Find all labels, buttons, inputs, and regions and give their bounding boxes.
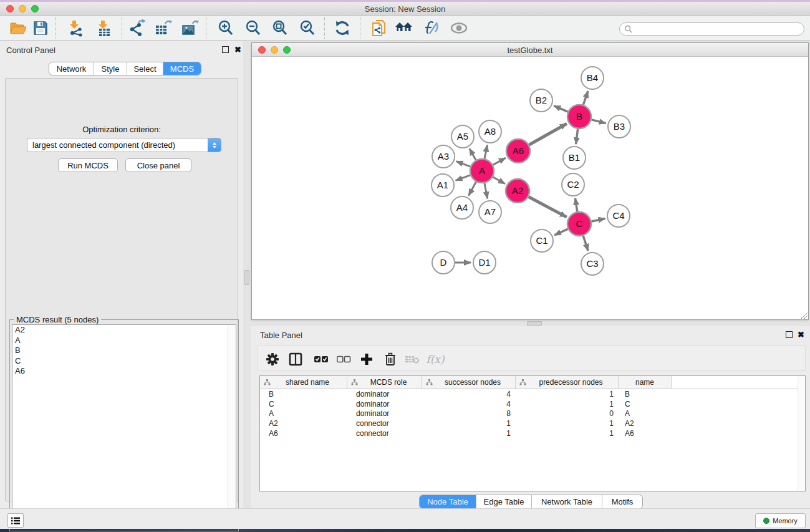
table-cell[interactable]: 1 — [516, 400, 619, 409]
float-panel-icon[interactable] — [222, 46, 229, 53]
graph-node-C[interactable]: C — [567, 212, 591, 236]
graph-node-A2[interactable]: A2 — [506, 179, 529, 203]
select-all-icon[interactable] — [312, 350, 330, 369]
column-header-MCDS-role[interactable]: MCDS role — [347, 376, 422, 389]
table-cell[interactable]: C — [260, 400, 347, 409]
gear-icon[interactable] — [263, 350, 282, 369]
edge-B-B3[interactable] — [591, 120, 605, 123]
graph-node-B[interactable]: B — [567, 105, 591, 128]
eye-icon[interactable] — [449, 19, 469, 37]
graph-node-A8[interactable]: A8 — [479, 120, 501, 143]
edge-A-A3[interactable] — [456, 162, 471, 167]
table-cell[interactable]: 4 — [422, 390, 516, 399]
edge-A-A1[interactable] — [456, 175, 471, 181]
graph-node-A[interactable]: A — [470, 159, 494, 183]
network-graph[interactable]: AA1A2A3A4A5A6A7A8BB1B2B3B4CC1C2C3C4DD1 — [252, 57, 808, 319]
table-cell[interactable]: A — [260, 409, 347, 418]
table-scrollbar[interactable] — [798, 376, 805, 491]
open-session-icon[interactable] — [8, 19, 28, 37]
table-cell[interactable]: 1 — [516, 390, 619, 399]
criterion-dropdown[interactable]: largest connected component (directed) — [27, 138, 221, 152]
table-cell[interactable]: C — [619, 400, 672, 409]
graph-node-A7[interactable]: A7 — [479, 201, 501, 223]
result-item[interactable]: A2 — [12, 325, 236, 336]
float-table-panel-icon[interactable] — [786, 331, 793, 338]
table-cell[interactable]: A6 — [260, 429, 347, 438]
import-network-icon[interactable] — [65, 19, 85, 37]
graph-node-A1[interactable]: A1 — [432, 174, 454, 196]
table-cell[interactable]: 0 — [516, 409, 619, 418]
edge-A2-C[interactable] — [529, 196, 567, 217]
graph-node-B1[interactable]: B1 — [563, 147, 586, 169]
tab-network-table[interactable]: Network Table — [532, 495, 602, 508]
graph-node-C1[interactable]: C1 — [531, 230, 553, 252]
delete-table-icon[interactable] — [403, 350, 422, 369]
table-cell[interactable]: A — [619, 409, 672, 418]
edge-A6-B[interactable] — [529, 123, 567, 145]
zoom-selected-icon[interactable] — [297, 19, 317, 37]
edge-A-A5[interactable] — [470, 148, 476, 160]
edge-A-A6[interactable] — [493, 158, 506, 165]
add-column-icon[interactable] — [357, 350, 376, 369]
mcds-result-list[interactable]: A2ABCA6 — [12, 324, 236, 529]
close-table-panel-icon[interactable]: ✖ — [798, 330, 804, 339]
edge-B-B4[interactable] — [583, 91, 588, 105]
table-row[interactable]: A2connector11A2 — [260, 418, 805, 428]
network-canvas[interactable]: AA1A2A3A4A5A6A7A8BB1B2B3B4CC1C2C3C4DD1 — [252, 57, 808, 319]
tab-motifs[interactable]: Motifs — [602, 495, 642, 508]
result-item[interactable]: A6 — [12, 366, 236, 377]
network-from-selection-icon[interactable] — [369, 19, 389, 37]
table-row[interactable]: Bdominator41B — [260, 389, 805, 399]
export-image-icon[interactable] — [180, 19, 200, 37]
graph-node-B2[interactable]: B2 — [530, 89, 552, 112]
tab-mcds[interactable]: MCDS — [163, 62, 201, 75]
table-cell[interactable]: 4 — [422, 400, 516, 409]
graph-node-D[interactable]: D — [432, 251, 455, 274]
graph-node-C3[interactable]: C3 — [581, 253, 604, 275]
graph-node-D1[interactable]: D1 — [473, 251, 496, 274]
column-header-predecessor-nodes[interactable]: predecessor nodes — [516, 376, 619, 389]
delete-column-icon[interactable] — [381, 350, 400, 369]
tab-node-table[interactable]: Node Table — [420, 495, 476, 508]
edge-C-C1[interactable] — [554, 229, 568, 235]
table-row[interactable]: Cdominator41C — [260, 399, 805, 409]
save-session-icon[interactable] — [31, 19, 51, 37]
table-cell[interactable]: 1 — [422, 419, 516, 428]
table-cell[interactable]: connector — [347, 419, 422, 428]
close-panel-button[interactable]: Close panel — [125, 158, 191, 172]
refresh-icon[interactable] — [332, 19, 352, 37]
edge-A-A2[interactable] — [493, 177, 505, 184]
horizontal-split-handle[interactable] — [527, 321, 542, 326]
hide-labels-icon[interactable] — [421, 19, 441, 37]
table-cell[interactable]: dominator — [347, 409, 422, 418]
node-table[interactable]: shared nameMCDS rolesuccessor nodesprede… — [259, 375, 806, 491]
columns-icon[interactable] — [286, 350, 305, 369]
edge-C-C2[interactable] — [575, 198, 577, 212]
close-panel-icon[interactable]: ✖ — [234, 45, 241, 54]
result-item[interactable]: C — [12, 356, 236, 367]
graph-node-B3[interactable]: B3 — [608, 115, 630, 138]
edge-B-B1[interactable] — [576, 129, 578, 144]
task-history-button[interactable] — [7, 513, 24, 528]
zoom-fit-icon[interactable] — [270, 19, 290, 37]
export-table-icon[interactable] — [153, 19, 173, 37]
edge-C-C4[interactable] — [592, 218, 605, 221]
table-cell[interactable]: 1 — [422, 429, 516, 438]
tab-style[interactable]: Style — [94, 62, 127, 75]
result-scrollbar[interactable] — [228, 325, 236, 528]
tab-network[interactable]: Network — [49, 62, 94, 75]
result-item[interactable]: A — [12, 336, 236, 346]
export-network-icon[interactable] — [127, 19, 147, 37]
home-icon[interactable] — [394, 19, 414, 37]
table-row[interactable]: Adominator80A — [260, 409, 805, 419]
table-cell[interactable]: connector — [347, 429, 422, 438]
table-cell[interactable]: 8 — [422, 409, 516, 418]
table-cell[interactable]: B — [619, 390, 672, 399]
graph-node-A3[interactable]: A3 — [432, 145, 455, 168]
tab-edge-table[interactable]: Edge Table — [476, 495, 532, 508]
column-header-shared-name[interactable]: shared name — [260, 376, 347, 389]
search-input[interactable] — [635, 24, 804, 34]
edge-A-A7[interactable] — [485, 183, 488, 199]
graph-node-C4[interactable]: C4 — [607, 205, 630, 227]
table-row[interactable]: A6connector11A6 — [260, 428, 805, 438]
